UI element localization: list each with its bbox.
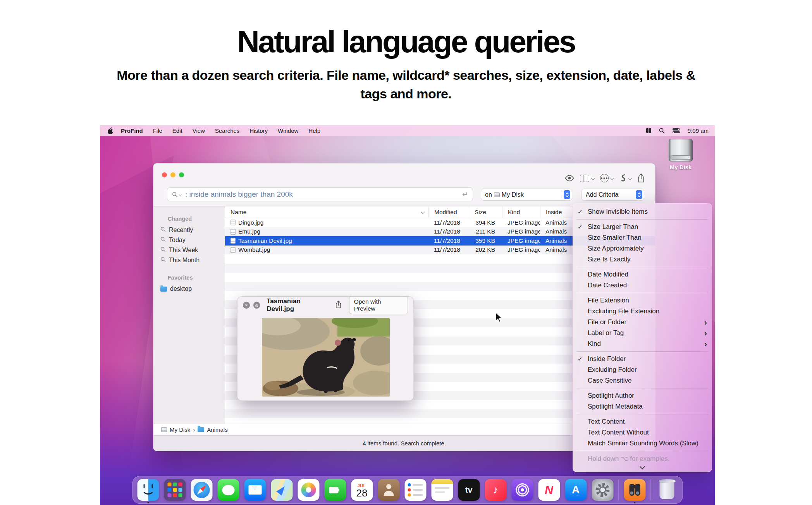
menubar-menu-edit[interactable]: Edit — [172, 127, 182, 134]
profind-statusitem-icon[interactable] — [646, 128, 651, 133]
menu-divider — [577, 414, 708, 414]
add-criteria-select[interactable]: Add Criteria — [581, 189, 644, 201]
menu-item-label-or-tag[interactable]: Label or Tag› — [573, 328, 712, 338]
menu-item-file-extension[interactable]: File Extension — [573, 295, 712, 306]
breadcrumb-item-animals[interactable]: Animals — [207, 426, 227, 433]
size-cell: 359 KB — [469, 237, 502, 244]
mail-icon — [244, 479, 266, 501]
sidebar-item-this-month[interactable]: This Month — [153, 255, 225, 265]
menu-item-size-approximately[interactable]: Size Approximately — [573, 243, 712, 254]
menu-item-match-similar-sounding-words-slow[interactable]: Match Similar Sounding Words (Slow) — [573, 438, 712, 449]
column-header-label: Modified — [434, 209, 457, 216]
column-header-size[interactable]: Size — [469, 206, 502, 218]
dock-item-facetime[interactable] — [324, 479, 346, 501]
more-options-button[interactable]: ●●● — [600, 174, 614, 182]
menubar-app-name[interactable]: ProFind — [121, 127, 143, 134]
desktop-disk-icon[interactable]: My Disk — [661, 139, 700, 170]
dock-item-podcasts[interactable] — [511, 479, 533, 501]
dock-item-news[interactable]: N — [538, 479, 560, 501]
dock-item-reminders[interactable] — [404, 479, 426, 501]
search-field[interactable]: ↵ — [167, 187, 473, 201]
menu-item-label: Match Similar Sounding Words (Slow) — [588, 440, 698, 447]
dock-item-contacts[interactable] — [378, 479, 399, 501]
menu-item-label: File or Folder — [588, 318, 626, 326]
close-window-button[interactable] — [162, 172, 167, 177]
menu-item-file-or-folder[interactable]: File or Folder› — [573, 317, 712, 328]
search-scope-select[interactable]: on My Disk — [481, 189, 572, 201]
menu-item-size-larger-than[interactable]: ✓Size Larger Than — [573, 222, 712, 232]
kind-cell: JPEG image — [502, 237, 540, 244]
dock-item-maps[interactable] — [271, 479, 292, 501]
chevron-down-icon — [611, 177, 614, 180]
control-center-icon[interactable] — [673, 128, 680, 133]
dock-item-trash[interactable] — [656, 479, 678, 501]
sidebar-item-label: Recently — [169, 227, 193, 234]
menu-item-size-is-exactly[interactable]: Size Is Exactly — [573, 254, 712, 265]
window-toolbar: ●●● — [564, 173, 645, 183]
menu-item-inside-folder[interactable]: ✓Inside Folder — [573, 354, 712, 364]
slash-circle-icon[interactable]: ⦸ — [253, 302, 260, 309]
dock-item-profind[interactable] — [624, 479, 645, 501]
dock-item-safari[interactable] — [191, 479, 212, 501]
menu-item-excluding-file-extension[interactable]: Excluding File Extension — [573, 306, 712, 317]
menu-scroll-chevron-icon[interactable] — [640, 465, 645, 469]
menu-item-label: Date Modified — [588, 271, 628, 278]
dock-item-notes[interactable] — [431, 479, 453, 501]
sidebar-item-recently[interactable]: Recently — [153, 225, 225, 235]
close-circle-icon[interactable]: ✕ — [243, 302, 250, 309]
search-input[interactable] — [185, 190, 462, 199]
menu-item-text-content[interactable]: Text Content — [573, 416, 712, 427]
menu-item-kind[interactable]: Kind› — [573, 338, 712, 349]
column-header-modified[interactable]: Modified — [428, 206, 469, 218]
dock-item-mail[interactable] — [244, 479, 266, 501]
dock-item-tv[interactable]: tv — [458, 479, 480, 501]
menu-item-text-content-without[interactable]: Text Content Without — [573, 427, 712, 438]
sidebar-item-today[interactable]: Today — [153, 235, 225, 245]
menubar-clock[interactable]: 9:09 am — [688, 127, 709, 134]
return-key-icon[interactable]: ↵ — [462, 190, 468, 199]
menubar-menu-view[interactable]: View — [193, 127, 205, 134]
chevron-down-icon — [591, 177, 595, 180]
column-header-name[interactable]: Name — [225, 206, 428, 218]
quick-actions-button[interactable] — [619, 174, 632, 182]
menu-item-date-modified[interactable]: Date Modified — [573, 269, 712, 280]
menubar-menu-window[interactable]: Window — [278, 127, 298, 134]
share-icon — [637, 173, 645, 183]
sidebar-item-this-week[interactable]: This Week — [153, 245, 225, 255]
scope-value: My Disk — [502, 191, 524, 198]
menubar-menu-help[interactable]: Help — [308, 127, 320, 134]
menu-item-case-sensitive[interactable]: Case Sensitive — [573, 375, 712, 386]
preview-share-icon[interactable] — [335, 301, 342, 310]
view-options-button[interactable] — [580, 175, 595, 182]
zoom-window-button[interactable] — [179, 172, 184, 177]
sidebar-item-desktop[interactable]: desktop — [153, 284, 225, 294]
spotlight-search-icon[interactable] — [659, 128, 665, 134]
menubar-menu-searches[interactable]: Searches — [215, 127, 239, 134]
dock-item-appstore[interactable]: A — [565, 479, 587, 501]
open-with-preview-button[interactable]: Open with Preview — [349, 296, 408, 314]
menu-item-spotlight-metadata[interactable]: Spotlight Metadata — [573, 401, 712, 412]
dock-item-photos[interactable] — [298, 479, 319, 501]
breadcrumb-item-my-disk[interactable]: My Disk — [170, 426, 190, 433]
dock-item-calendar[interactable]: JUL28 — [351, 479, 373, 501]
add-criteria-menu: ✓Show Invisible Items✓Size Larger ThanSi… — [573, 203, 712, 472]
dock-item-settings[interactable] — [592, 479, 613, 501]
menubar-menu-history[interactable]: History — [249, 127, 268, 134]
dock-item-messages[interactable] — [217, 479, 239, 501]
kind-cell: JPEG image — [502, 228, 540, 235]
dock-item-launchpad[interactable] — [164, 479, 186, 501]
minimize-window-button[interactable] — [170, 172, 175, 177]
dock-item-music[interactable]: ♪ — [485, 479, 506, 501]
share-button[interactable] — [637, 173, 645, 183]
menu-item-show-invisible-items[interactable]: ✓Show Invisible Items — [573, 206, 712, 217]
search-magnifier-icon[interactable] — [172, 192, 182, 198]
preview-toggle-button[interactable] — [564, 175, 575, 182]
menubar-menu-file[interactable]: File — [153, 127, 162, 134]
menu-item-excluding-folder[interactable]: Excluding Folder — [573, 364, 712, 375]
menu-item-size-smaller-than[interactable]: Size Smaller Than — [573, 232, 712, 243]
menu-item-spotlight-author[interactable]: Spotlight Author — [573, 390, 712, 401]
apple-menu-icon[interactable] — [108, 127, 114, 134]
column-header-kind[interactable]: Kind — [502, 206, 540, 218]
dock-item-finder[interactable] — [137, 479, 159, 501]
menu-item-date-created[interactable]: Date Created — [573, 280, 712, 291]
